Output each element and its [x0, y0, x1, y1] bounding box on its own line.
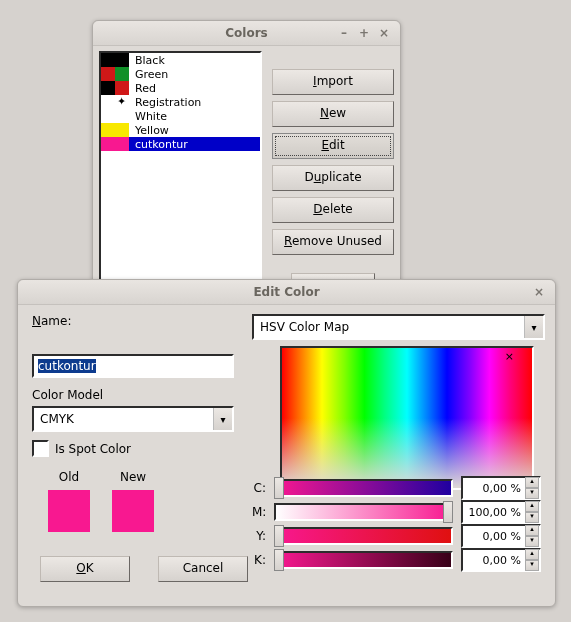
- y-spinner[interactable]: 0,00 %▴▾: [461, 524, 541, 548]
- model-value: CMYK: [34, 412, 213, 426]
- edit-titlebar[interactable]: Edit Color ×: [18, 280, 555, 305]
- colors-window: Colors – + × BlackGreenRed✦RegistrationW…: [92, 20, 401, 314]
- c-slider[interactable]: [274, 479, 453, 497]
- list-item-label: cutkontur: [135, 138, 188, 151]
- list-item-label: Green: [135, 68, 168, 81]
- new-swatch: [112, 490, 154, 532]
- chevron-down-icon[interactable]: ▾: [524, 316, 543, 338]
- model-label: Color Model: [32, 388, 242, 402]
- down-icon[interactable]: ▾: [525, 536, 539, 547]
- close-icon[interactable]: ×: [376, 25, 392, 41]
- import-label: mport: [317, 74, 353, 88]
- edit-color-window: Edit Color × Name: cutkontur Color Model…: [17, 279, 556, 607]
- swatch-group: Old New: [32, 470, 154, 532]
- up-icon[interactable]: ▴: [525, 501, 539, 512]
- list-item[interactable]: ✦Registration: [101, 95, 260, 109]
- edit-cancel-button[interactable]: Cancel: [158, 556, 248, 582]
- k-value: 0,00 %: [463, 554, 525, 567]
- up-icon[interactable]: ▴: [525, 525, 539, 536]
- duplicate-label: D: [304, 170, 313, 184]
- m-value: 100,00 %: [463, 506, 525, 519]
- k-label: K:: [252, 553, 266, 567]
- m-slider[interactable]: [274, 503, 453, 521]
- list-item-label: Registration: [135, 96, 201, 109]
- swatch-pair: [101, 81, 129, 95]
- new-label: New: [112, 470, 154, 484]
- list-item[interactable]: White: [101, 109, 260, 123]
- chevron-down-icon[interactable]: ▾: [213, 408, 232, 430]
- k-spinner[interactable]: 0,00 %▴▾: [461, 548, 541, 572]
- color-list[interactable]: BlackGreenRed✦RegistrationWhiteYellowcut…: [99, 51, 262, 285]
- k-slider[interactable]: [274, 551, 453, 569]
- spot-checkbox[interactable]: Is Spot Color: [32, 440, 242, 457]
- colors-title: Colors: [225, 26, 267, 40]
- delete-label: elete: [323, 202, 353, 216]
- name-input[interactable]: cutkontur: [32, 354, 234, 378]
- y-label: Y:: [252, 529, 266, 543]
- map-cursor-icon: ×: [505, 350, 514, 363]
- m-label: M:: [252, 505, 266, 519]
- edit-ok-button[interactable]: OK: [40, 556, 130, 582]
- colors-titlebar[interactable]: Colors – + ×: [93, 21, 400, 46]
- color-map[interactable]: ×: [280, 346, 534, 490]
- c-label: C:: [252, 481, 266, 495]
- list-item-label: Red: [135, 82, 156, 95]
- minimize-icon[interactable]: –: [336, 25, 352, 41]
- delete-button[interactable]: Delete: [272, 197, 394, 223]
- swatch-pair: [101, 67, 129, 81]
- down-icon[interactable]: ▾: [525, 488, 539, 499]
- registration-icon: ✦: [115, 95, 128, 107]
- duplicate-button[interactable]: Duplicate: [272, 165, 394, 191]
- colormap-select[interactable]: HSV Color Map ▾: [252, 314, 545, 340]
- c-spinner[interactable]: 0,00 %▴▾: [461, 476, 541, 500]
- cmyk-sliders: C: 0,00 %▴▾ M: 100,00 %▴▾ Y: 0,00 %▴▾ K:…: [252, 476, 541, 572]
- colors-button-column: Import New Edit Duplicate Delete Remove …: [272, 51, 394, 307]
- old-label: Old: [48, 470, 90, 484]
- model-select[interactable]: CMYK ▾: [32, 406, 234, 432]
- c-value: 0,00 %: [463, 482, 525, 495]
- swatch-pair: [101, 109, 129, 123]
- swatch-pair: ✦: [101, 95, 129, 109]
- up-icon[interactable]: ▴: [525, 477, 539, 488]
- list-item[interactable]: cutkontur: [101, 137, 260, 151]
- y-slider[interactable]: [274, 527, 453, 545]
- list-item[interactable]: Black: [101, 53, 260, 67]
- new-label: ew: [329, 106, 346, 120]
- swatch-pair: [101, 53, 129, 67]
- list-item-label: White: [135, 110, 167, 123]
- colormap-value: HSV Color Map: [254, 320, 524, 334]
- up-icon[interactable]: ▴: [525, 549, 539, 560]
- import-button[interactable]: Import: [272, 69, 394, 95]
- down-icon[interactable]: ▾: [525, 512, 539, 523]
- edit-title: Edit Color: [253, 285, 319, 299]
- m-spinner[interactable]: 100,00 %▴▾: [461, 500, 541, 524]
- down-icon[interactable]: ▾: [525, 560, 539, 571]
- list-item[interactable]: Yellow: [101, 123, 260, 137]
- list-item-label: Black: [135, 54, 165, 67]
- list-item[interactable]: Red: [101, 81, 260, 95]
- list-item-label: Yellow: [135, 124, 169, 137]
- list-item[interactable]: Green: [101, 67, 260, 81]
- new-button[interactable]: New: [272, 101, 394, 127]
- edit-close-icon[interactable]: ×: [531, 284, 547, 300]
- edit-button[interactable]: Edit: [272, 133, 394, 159]
- swatch-pair: [101, 123, 129, 137]
- name-value: cutkontur: [38, 359, 96, 373]
- swatch-pair: [101, 137, 129, 151]
- old-swatch: [48, 490, 90, 532]
- checkbox-box: [32, 440, 49, 457]
- name-label: Name:: [32, 314, 242, 328]
- spot-label: Is Spot Color: [55, 442, 131, 456]
- remove-unused-button[interactable]: Remove Unused: [272, 229, 394, 255]
- maximize-icon[interactable]: +: [356, 25, 372, 41]
- remove-unused-label: emove Unused: [292, 234, 382, 248]
- edit-label: dit: [329, 138, 345, 152]
- y-value: 0,00 %: [463, 530, 525, 543]
